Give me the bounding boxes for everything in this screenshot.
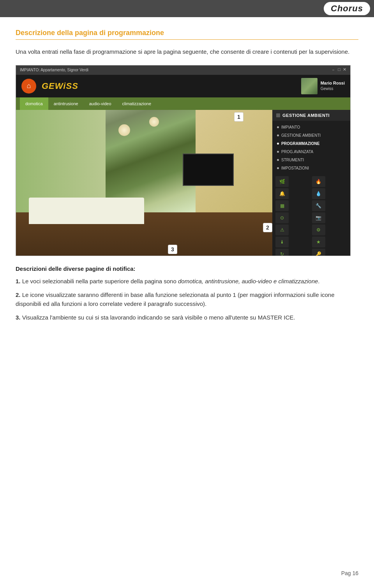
header-bar: Chorus [0,0,374,17]
descriptions: Descrizioni delle diverse pagine di noti… [16,265,358,322]
refresh-icon: ↻ [280,251,284,256]
icon-cell-13[interactable]: ↻ [275,249,289,256]
app-body: GESTIONE AMBIENTI IMPIANTO GESTIONE AMBI… [16,110,350,256]
sidebar-item-progavanzata[interactable]: PROG.AVANZATA [272,148,350,156]
sidebar-item-label: PROGRAMMAZIONE [281,141,319,146]
app-screenshot: IMPIANTO: Appartamento, Signor Verdi － □… [16,65,351,256]
wrench-icon: 🔧 [316,203,321,208]
icon-cell-8[interactable]: 📷 [312,212,325,223]
sidebar-item-gestione[interactable]: GESTIONE AMBIENTI [272,131,350,139]
desc-italic-1: domotica, antintrusione, audio-video e c… [178,278,318,284]
sidebar-item-strumenti[interactable]: STRUMENTI [272,156,350,164]
sidebar-icons-grid: 🌿 🔥 🔔 💧 ▦ 🔧 ⊙ 📷 ⚠ ⚙ 🌡 ★ ↻ 🔑 [272,175,350,256]
star-icon: ★ [316,239,321,245]
icon-cell-7[interactable]: ⊙ [275,212,289,223]
description-item-3: 3. Visualizza l'ambiente su cui si sta l… [16,313,358,322]
icon-cell-2[interactable]: 🔥 [312,176,325,187]
desc-number-2: 2. [16,291,21,298]
description-item-1: 1. Le voci selezionabili nella parte sup… [16,277,358,286]
room-lamp2 [149,117,159,127]
menu-dot [277,167,279,169]
icon-cell-4[interactable]: 💧 [312,188,325,199]
icon-cell-6[interactable]: 🔧 [312,200,325,211]
grid-icon: ▦ [280,203,284,208]
restore-icon[interactable]: □ [338,67,340,73]
circle-icon: ⊙ [280,215,284,221]
descriptions-list: 1. Le voci selezionabili nella parte sup… [16,277,358,322]
icon-cell-10[interactable]: ⚙ [312,224,325,235]
drop-icon: 💧 [316,191,321,196]
user-info: Mario Rossi Gewiss [321,80,345,92]
app-titlebar: IMPIANTO: Appartamento, Signor Verdi － □… [16,65,350,75]
icon-cell-12[interactable]: ★ [312,237,325,247]
sidebar-item-label: PROG.AVANZATA [281,150,313,154]
sidebar-header-title: GESTIONE AMBIENTI [282,113,330,118]
flame-icon: 🔥 [316,179,321,184]
page-footer: Pag 16 [341,570,358,576]
icon-cell-14[interactable]: 🔑 [312,249,325,256]
description-item-2: 2. Le icone visualizzate saranno differe… [16,290,358,309]
close-icon[interactable]: ✕ [343,67,346,73]
menu-dot [277,126,279,128]
sidebar-menu: IMPIANTO GESTIONE AMBIENTI PROGRAMMAZION… [272,121,350,175]
sidebar-item-impianto[interactable]: IMPIANTO [272,123,350,131]
user-name: Mario Rossi [321,80,345,86]
nav-tab-climatizzazione[interactable]: climatizzazione [117,97,157,110]
app-nav: domotica antintrusione audio-video clima… [16,97,350,110]
menu-dot [277,159,279,161]
icon-cell-11[interactable]: 🌡 [275,237,289,247]
room-lamp1 [118,124,130,136]
camera-icon: 📷 [316,215,321,221]
key-icon: 🔑 [316,251,321,256]
thermometer-icon: 🌡 [280,239,284,245]
callout-label-2: 2 [263,223,272,232]
intro-text: Una volta entrati nella fase di programm… [16,48,358,57]
page-number: Pag 16 [341,570,358,576]
room-image [16,110,272,256]
icon-cell-3[interactable]: 🔔 [275,188,289,199]
room-tv [183,154,234,186]
sidebar-item-label: STRUMENTI [281,158,304,162]
menu-dot [277,151,279,153]
warning-icon: ⚠ [280,227,284,233]
nav-tab-domotica[interactable]: domotica [20,97,48,110]
window-controls: － □ ✕ [331,67,346,73]
user-area: Mario Rossi Gewiss [301,78,345,94]
gear-icon: ⚙ [316,227,321,233]
callout-label-3: 3 [168,245,177,254]
icon-cell-1[interactable]: 🌿 [275,176,289,187]
sidebar-item-programmazione[interactable]: PROGRAMMAZIONE [272,139,350,148]
nav-tab-audiovideo[interactable]: audio-video [84,97,117,110]
minimize-icon[interactable]: － [331,67,335,73]
section-title: Descrizione della pagina di programmazio… [16,29,358,40]
home-icon[interactable]: ⌂ [21,79,36,94]
sidebar-header-icon [276,113,280,117]
bell-icon: 🔔 [279,191,285,196]
sidebar-item-label: IMPOSTAZIONI [281,166,309,170]
menu-dot [277,134,279,136]
descriptions-title: Descrizioni delle diverse pagine di noti… [16,265,358,272]
sidebar-header: GESTIONE AMBIENTI [272,110,350,121]
app-header: ⌂ GEWiSS Mario Rossi Gewiss [16,75,350,97]
app-sidebar: GESTIONE AMBIENTI IMPIANTO GESTIONE AMBI… [272,110,350,256]
chorus-logo: Chorus [324,2,370,15]
icon-cell-5[interactable]: ▦ [275,200,289,211]
page-content: Descrizione della pagina di programmazio… [0,17,374,353]
desc-number-1: 1. [16,278,21,284]
sidebar-item-impostazioni[interactable]: IMPOSTAZIONI [272,164,350,172]
sidebar-item-label: IMPIANTO [281,125,300,129]
callout-label-1: 1 [234,112,243,122]
leaf-icon: 🌿 [279,179,285,184]
desc-number-3: 3. [16,314,21,321]
app-main-view [16,110,272,256]
user-avatar [301,78,318,94]
app-logo: GEWiSS [42,81,78,91]
nav-tab-antintrusione[interactable]: antintrusione [48,97,84,110]
sidebar-item-label: GESTIONE AMBIENTI [281,133,321,138]
menu-dot [277,143,279,145]
room-sofa [29,198,144,224]
user-company: Gewiss [321,87,333,91]
icon-cell-9[interactable]: ⚠ [275,224,289,235]
app-title: IMPIANTO: Appartamento, Signor Verdi [20,68,88,72]
